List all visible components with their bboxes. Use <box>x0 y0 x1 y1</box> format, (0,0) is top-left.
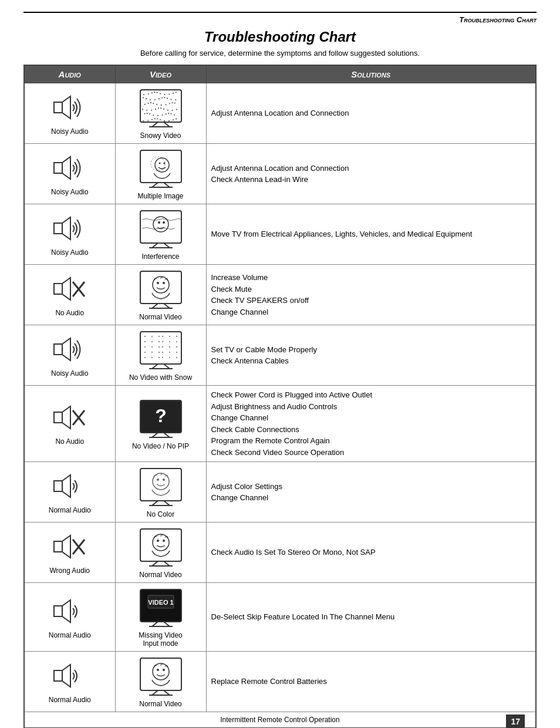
svg-rect-50 <box>168 113 169 114</box>
audio-cell: Noisy Audio <box>24 325 115 386</box>
svg-rect-104 <box>176 336 177 337</box>
svg-text:VIDEO 1: VIDEO 1 <box>148 599 173 606</box>
svg-rect-43 <box>144 113 145 114</box>
svg-rect-98 <box>140 332 181 364</box>
table-row: Noisy Audio Snowy Video Adjust Antenna L… <box>24 83 536 144</box>
svg-rect-15 <box>149 99 150 100</box>
page-header: Troubleshooting Chart <box>23 12 537 24</box>
svg-rect-56 <box>154 118 155 119</box>
audio-icon-label: Noisy Audio <box>29 213 110 257</box>
svg-line-63 <box>152 122 158 127</box>
svg-rect-2 <box>140 90 181 122</box>
svg-line-159 <box>164 561 170 566</box>
audio-icon-label: Noisy Audio <box>29 333 110 378</box>
solution-item: Adjust Antenna Location and Connection <box>211 107 531 119</box>
page-number: 17 <box>506 714 525 728</box>
svg-marker-133 <box>62 406 70 429</box>
svg-rect-161 <box>54 606 62 616</box>
video-label: Normal Video <box>139 571 181 579</box>
svg-rect-51 <box>170 113 171 114</box>
audio-label: Noisy Audio <box>51 188 88 196</box>
svg-rect-26 <box>153 103 154 104</box>
video-icon-label: Normal Video <box>120 655 201 708</box>
audio-cell: Normal Audio <box>24 652 115 712</box>
solutions-cell: Check Audio Is Set To Stereo Or Mono, No… <box>206 523 536 583</box>
svg-rect-30 <box>168 103 170 104</box>
svg-rect-40 <box>167 110 168 111</box>
svg-rect-113 <box>158 346 160 348</box>
audio-icon-label: Normal Audio <box>29 470 110 514</box>
solution-item: Adjust Brightness and Audio Controls <box>211 401 531 413</box>
svg-rect-29 <box>165 104 166 105</box>
solutions-cell: Adjust Color SettingsChange Channel <box>206 462 536 523</box>
svg-point-173 <box>157 669 159 671</box>
table-row: Noisy Audio Interference Move TV from El… <box>24 204 536 265</box>
svg-point-174 <box>163 669 165 671</box>
video-icon-label: Snowy Video <box>120 87 201 140</box>
audio-icon-label: Normal Audio <box>29 595 110 639</box>
svg-rect-44 <box>146 113 147 114</box>
table-row: Normal Audio VIDEO 1 Missing VideoInput … <box>24 583 536 652</box>
video-icon: ? <box>137 397 184 440</box>
svg-point-81 <box>163 221 165 224</box>
video-cell: No Video with Snow <box>115 325 206 386</box>
solution-item: Change Channel <box>211 412 531 424</box>
video-icon-label: Normal Video <box>120 268 201 321</box>
svg-rect-85 <box>54 284 62 294</box>
svg-rect-35 <box>151 110 152 111</box>
svg-rect-54 <box>147 120 149 121</box>
svg-rect-42 <box>176 109 177 110</box>
audio-icon <box>49 470 90 504</box>
video-label: Multiple Image <box>137 192 183 200</box>
svg-rect-100 <box>151 336 153 337</box>
svg-rect-34 <box>146 110 147 111</box>
svg-line-158 <box>152 561 158 566</box>
svg-rect-58 <box>160 119 161 120</box>
audio-icon <box>49 595 90 629</box>
solution-item: Adjust Color Settings <box>211 481 531 493</box>
svg-rect-96 <box>54 344 62 355</box>
svg-rect-33 <box>142 109 143 110</box>
solution-item: De-Select Skip Feature Located In The Ch… <box>211 611 531 623</box>
solution-item: Program the Remote Control Again <box>211 435 531 447</box>
video-icon: VIDEO 1 <box>137 587 184 629</box>
audio-icon-label: Noisy Audio <box>29 152 110 196</box>
svg-point-91 <box>157 282 159 284</box>
svg-rect-102 <box>162 336 163 337</box>
col-audio-header: Audio <box>24 65 115 83</box>
svg-rect-114 <box>162 346 163 348</box>
svg-rect-99 <box>144 336 146 337</box>
svg-rect-117 <box>144 352 146 353</box>
solution-item: Change Channel <box>211 492 531 504</box>
svg-rect-169 <box>54 670 62 681</box>
footer-row: Intermittent Remote Control Operation <box>24 712 536 729</box>
svg-marker-170 <box>62 665 70 687</box>
video-icon <box>137 466 184 508</box>
svg-rect-127 <box>169 357 170 358</box>
svg-rect-5 <box>151 92 152 93</box>
video-cell: Snowy Video <box>115 83 206 144</box>
subtitle: Before calling for service, determine th… <box>23 49 537 58</box>
audio-icon <box>49 402 90 436</box>
audio-icon-label: Wrong Audio <box>29 531 110 575</box>
svg-marker-142 <box>62 475 70 497</box>
svg-rect-126 <box>162 357 163 358</box>
video-icon <box>137 526 184 569</box>
svg-line-73 <box>152 183 158 187</box>
video-icon-label: VIDEO 1 Missing VideoInput mode <box>120 587 201 648</box>
svg-rect-57 <box>156 118 157 119</box>
svg-rect-10 <box>168 94 170 95</box>
video-icon-label: Multiple Image <box>120 147 201 200</box>
troubleshooting-table: Audio Video Solutions Noisy Audio Snowy … <box>23 65 537 728</box>
svg-rect-7 <box>156 92 157 93</box>
video-label: Normal Video <box>139 313 181 321</box>
video-icon <box>137 268 184 311</box>
audio-label: Wrong Audio <box>50 567 90 575</box>
svg-point-172 <box>153 663 169 680</box>
audio-cell: Noisy Audio <box>24 83 115 144</box>
svg-point-72 <box>163 163 165 164</box>
svg-rect-112 <box>151 346 153 348</box>
svg-point-156 <box>157 540 159 542</box>
svg-rect-111 <box>144 346 146 348</box>
svg-rect-16 <box>154 99 155 100</box>
